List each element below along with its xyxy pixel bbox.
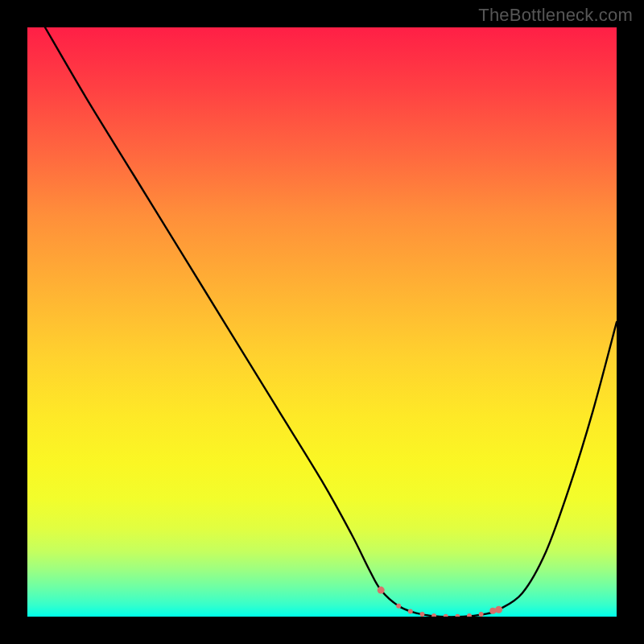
optimal-zone-dot xyxy=(431,613,436,617)
optimal-zone-dot xyxy=(378,587,385,594)
optimal-zone-dot xyxy=(396,604,401,609)
optimal-zone-dot xyxy=(419,612,424,617)
optimal-zone-dot xyxy=(444,614,448,617)
optimal-zone-dot xyxy=(467,613,472,617)
optimal-zone-dot xyxy=(495,606,502,613)
optimal-zone-dot xyxy=(489,608,496,614)
optimal-zone-markers xyxy=(378,587,502,617)
bottleneck-curve xyxy=(45,27,617,617)
chart-curve-layer xyxy=(27,27,617,617)
chart-plot-area xyxy=(27,27,617,617)
optimal-zone-dot xyxy=(479,612,484,617)
optimal-zone-dot xyxy=(455,614,460,617)
optimal-zone-dot xyxy=(408,609,413,613)
watermark-label: TheBottleneck.com xyxy=(478,5,633,26)
